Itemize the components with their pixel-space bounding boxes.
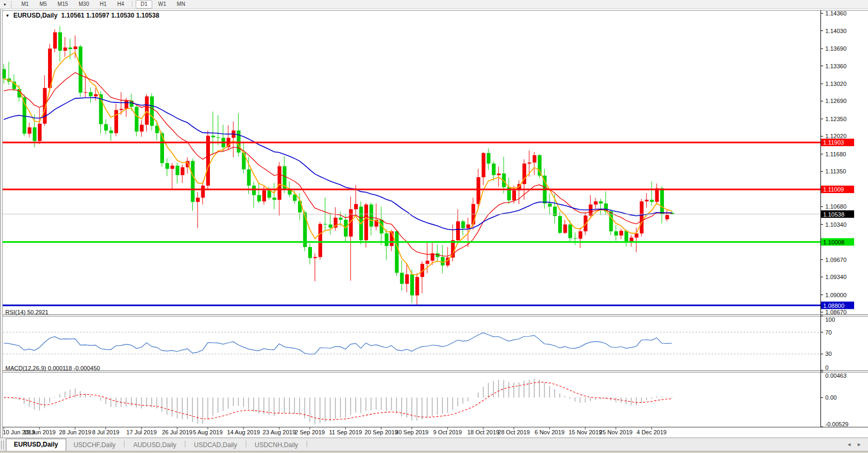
candle (620, 231, 623, 236)
candle (624, 231, 628, 242)
price-badge-label: 1.08800 (823, 303, 844, 309)
candle (410, 274, 414, 295)
candle (553, 206, 557, 216)
tab-eurusd-daily[interactable]: EURUSD,Daily (6, 439, 66, 451)
tab-scroll-right-icon[interactable]: ► (857, 442, 862, 447)
timeframe-button-h4[interactable]: H4 (113, 0, 129, 9)
candle (308, 247, 312, 258)
rsi-tick-label: 0 (825, 364, 828, 371)
timeframe-button-m5[interactable]: M5 (35, 0, 52, 9)
date-tick-label: 6 Nov 2019 (535, 429, 565, 435)
date-tick-label: 9 Oct 2019 (433, 429, 462, 435)
candle (405, 274, 409, 284)
chart-dropdown-icon[interactable]: ▼ (5, 13, 10, 18)
timeframe-button-w1[interactable]: W1 (153, 0, 171, 9)
candle (533, 155, 536, 163)
window-left-frame (0, 9, 3, 438)
candle (252, 186, 256, 195)
date-tick-label: 30 Sep 2019 (395, 429, 428, 435)
tab-audusd-daily[interactable]: AUDUSD,Daily (126, 440, 184, 451)
price-chart-canvas[interactable]: 1.143601.140301.136901.133601.130201.126… (0, 9, 868, 438)
candle (476, 177, 480, 204)
price-tick-label: 1.11680 (825, 151, 846, 157)
timeframe-button-m1[interactable]: M1 (17, 0, 34, 9)
price-badge-label: 1.10008 (823, 239, 844, 245)
toolbar-grip[interactable] (11, 2, 13, 7)
date-tick-label: 14 Aug 2019 (227, 429, 260, 435)
candle (528, 163, 531, 164)
candle (110, 131, 113, 133)
candle (564, 225, 567, 233)
window-bottom-strip (0, 451, 868, 453)
price-tick-label: 1.10340 (825, 221, 847, 228)
date-tick-label: 5 Aug 2019 (193, 429, 223, 435)
date-tick-label: 20 Sep 2019 (365, 429, 398, 435)
candle (594, 201, 598, 204)
tab-scroll-left-icon[interactable]: ◄ (847, 442, 851, 447)
candle (120, 109, 123, 110)
price-tick-label: 1.14030 (825, 28, 847, 34)
candle (104, 124, 108, 131)
candle (614, 232, 618, 236)
timeframe-button-d1[interactable]: D1 (136, 0, 152, 9)
timeframe-button-h1[interactable]: H1 (95, 0, 112, 9)
candle (548, 203, 552, 206)
date-tick-label: 26 Jul 2019 (162, 429, 192, 435)
date-tick-label: 23 Aug 2019 (263, 429, 296, 435)
toolbar-separator (132, 1, 132, 7)
timeframe-button-m15[interactable]: M15 (53, 0, 73, 9)
rsi-indicator-label: RSI(14) 50.2921 (5, 309, 49, 315)
candle (578, 232, 582, 239)
price-tick-label: 1.14360 (825, 10, 847, 17)
macd-signal-line (4, 382, 672, 420)
candle (89, 92, 92, 97)
candle (324, 224, 327, 225)
candle (48, 49, 52, 88)
macd-indicator-label: MACD(12,26,9) 0.000118 -0.000450 (5, 365, 100, 371)
date-tick-label: 17 Jul 2019 (126, 429, 157, 435)
macd-tick-label: -0.00529 (825, 421, 848, 427)
candle (58, 33, 62, 51)
candle (558, 216, 562, 233)
tab-usdcnh-daily[interactable]: USDCNH,Daily (247, 440, 306, 451)
candle (329, 225, 332, 228)
toolbar-dropdown-icon[interactable]: ▼ (0, 3, 10, 6)
candle (487, 153, 490, 164)
price-tick-label: 1.12020 (825, 133, 847, 139)
date-tick-label: 8 Jul 2019 (92, 429, 120, 435)
date-tick-label: 28 Jun 2019 (59, 429, 91, 435)
candle (462, 221, 465, 228)
candle (385, 233, 388, 246)
price-tick-label: 1.11350 (825, 168, 846, 174)
date-tick-label: 28 Oct 2019 (498, 429, 530, 435)
timeframe-button-m30[interactable]: M30 (74, 0, 93, 9)
tabbar-grip[interactable] (1, 441, 4, 449)
tab-separator (307, 441, 307, 448)
candle (640, 201, 644, 233)
candle (645, 200, 648, 201)
candle (124, 100, 128, 109)
candle (140, 125, 144, 132)
tab-usdchf-daily[interactable]: USDCHF,Daily (66, 440, 123, 451)
candle (68, 47, 72, 49)
candle (242, 153, 246, 169)
tab-usdcad-daily[interactable]: USDCAD,Daily (186, 440, 245, 451)
candle (53, 33, 57, 49)
rsi-tick-label: 70 (825, 329, 832, 336)
candle (456, 221, 460, 240)
tab-separator (246, 441, 246, 448)
price-tick-label: 1.12350 (825, 116, 847, 122)
candle (666, 215, 669, 219)
price-tick-label: 1.08670 (825, 309, 847, 315)
price-tick-label: 1.09340 (825, 274, 847, 280)
candle (181, 167, 184, 175)
candle (482, 153, 486, 177)
timeframe-button-mn[interactable]: MN (172, 0, 190, 9)
macd-tick-label: 0.00 (825, 394, 836, 401)
date-tick-label: 19 Jun 2019 (24, 429, 56, 435)
candle (212, 136, 215, 137)
slow-ma (4, 98, 672, 230)
candle (206, 136, 210, 185)
candle (370, 204, 373, 226)
candle (135, 107, 138, 131)
